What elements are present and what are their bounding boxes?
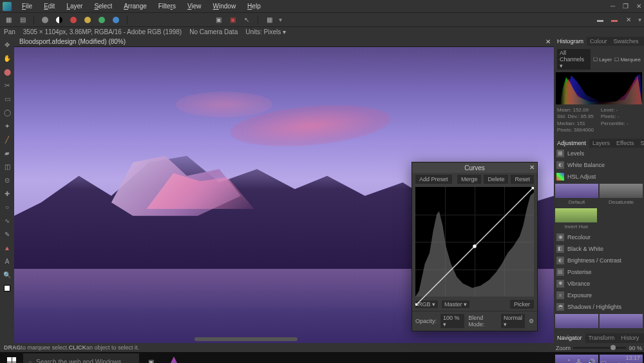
arrow-icon[interactable]: ↖ (241, 14, 252, 26)
crop-tool-icon[interactable]: ✂ (2, 80, 12, 90)
menu-window[interactable]: Window (208, 1, 242, 11)
menu-file[interactable]: File (17, 1, 37, 11)
blend-dropdown[interactable]: Normal ▾ (501, 314, 525, 328)
color-picker-icon[interactable]: ⬤ (2, 66, 12, 77)
color-circle-icon[interactable] (39, 14, 51, 26)
shape-tool-icon[interactable]: ▲ (2, 242, 12, 253)
tray-action-icon[interactable]: ▭ (600, 358, 606, 364)
tab-swatches[interactable]: Swatches (611, 37, 642, 46)
menu-select[interactable]: Select (89, 1, 117, 11)
move-tool-icon[interactable]: ✥ (2, 39, 12, 50)
assist-2-icon[interactable]: ▬ (609, 14, 620, 26)
tab-transform[interactable]: Transform (585, 333, 618, 343)
adj-hsl[interactable]: HSL Adjust (554, 171, 644, 182)
adj-levels[interactable]: ▦Levels (554, 148, 644, 159)
task-view-icon[interactable]: ▣ (139, 352, 162, 363)
top-toolbar: ▦ ▤ ▣ ▣ ↖ ▦ ▾ ▬ ▬ ✕ ▾ (0, 12, 644, 26)
merge-button[interactable]: Merge (457, 175, 482, 184)
new-doc-icon[interactable]: ▦ (3, 14, 14, 26)
adj-bw[interactable]: ◧Black & White (554, 243, 644, 255)
preset-thumb-2[interactable] (600, 314, 643, 328)
assist-1-icon[interactable]: ▬ (594, 14, 606, 26)
document-tab[interactable]: Bloodsport.afdesign (Modified) (80%) ✕ (14, 37, 554, 47)
maximize-icon[interactable]: ❐ (623, 3, 629, 10)
layers-icon[interactable]: ▤ (17, 14, 28, 26)
fill-tool-icon[interactable]: ▰ (2, 148, 12, 158)
preset-thumb-1[interactable] (555, 314, 598, 328)
tab-histogram[interactable]: Histogram (554, 37, 587, 46)
adj-posterise[interactable]: ▤Posterise (554, 266, 644, 278)
brush-tool-icon[interactable]: ╱ (2, 134, 12, 144)
menu-help[interactable]: Help (242, 1, 266, 11)
horizontal-scrollbar[interactable] (194, 337, 298, 341)
adj-brightness[interactable]: ◐Brightness / Contrast (554, 255, 644, 266)
menu-view[interactable]: View (182, 1, 207, 11)
flood-select-icon[interactable]: ✦ (2, 121, 12, 131)
swatch-amber-icon[interactable] (82, 14, 93, 26)
selection-brush-icon[interactable]: ◯ (2, 107, 12, 117)
adj-white-balance[interactable]: ◐White Balance (554, 159, 644, 171)
tray-network-icon[interactable]: 🖧 (576, 358, 582, 364)
clone-tool-icon[interactable]: ⊙ (2, 175, 12, 185)
tab-brushes[interactable]: Brushes (642, 37, 644, 46)
preset-default[interactable]: Default (555, 184, 598, 198)
zoom-value[interactable]: 90 % (629, 345, 642, 351)
tab-adjustment[interactable]: Adjustment (554, 139, 589, 148)
dodge-tool-icon[interactable]: ○ (2, 202, 12, 212)
swatch-blue-icon[interactable] (110, 14, 122, 26)
zoom-tool-icon[interactable]: 🔍 (2, 270, 12, 280)
histogram-channel-dropdown[interactable]: All Channels ▾ (557, 49, 591, 70)
swatch-green-icon[interactable] (96, 14, 108, 26)
close-icon[interactable]: ✕ (636, 3, 641, 10)
redmask-icon[interactable]: ▣ (227, 14, 238, 26)
add-preset-button[interactable]: Add Preset (415, 175, 452, 184)
search-box[interactable]: ⌕ Search the web and Windows (23, 353, 139, 363)
context-infobar: Pan 3505 × 1104px, 3.86MP, RGBA/16 - Ado… (0, 26, 644, 37)
tab-navigator[interactable]: Navigator (554, 333, 585, 343)
adj-recolour[interactable]: ◉Recolour (554, 231, 644, 243)
text-tool-icon[interactable]: A (2, 256, 12, 266)
eraser-tool-icon[interactable]: ◫ (2, 161, 12, 172)
minimize-icon[interactable]: ─ (611, 3, 615, 10)
reset-button[interactable]: Reset (511, 175, 534, 184)
gear-icon[interactable]: ⚙ (529, 318, 534, 324)
preset-desaturate[interactable]: Desaturate (600, 184, 643, 198)
tab-history[interactable]: History (618, 333, 642, 343)
adj-shadows[interactable]: ◓Shadows / Highlights (554, 301, 644, 313)
curves-graph[interactable] (415, 187, 534, 297)
zoom-slider[interactable] (573, 347, 626, 349)
tab-close-icon[interactable]: ✕ (545, 38, 551, 45)
tab-styles[interactable]: Styles (637, 139, 644, 148)
opacity-field[interactable]: 100 % ▾ (440, 314, 464, 328)
marquee-tool-icon[interactable]: ▭ (2, 93, 12, 104)
menu-layer[interactable]: Layer (61, 1, 88, 11)
tab-colour[interactable]: Colour (587, 37, 611, 46)
preset-invert-hue[interactable]: Invert Hue (555, 208, 597, 222)
heal-tool-icon[interactable]: ✚ (2, 188, 12, 199)
tab-effects[interactable]: Effects (613, 139, 637, 148)
adj-vibrance[interactable]: ✱Vibrance (554, 278, 644, 289)
tray-volume-icon[interactable]: 🔊 (587, 358, 595, 364)
menu-filters[interactable]: Filters (153, 1, 181, 11)
quickmask-icon[interactable]: ▣ (213, 14, 224, 26)
assist-3-icon[interactable]: ✕ (623, 14, 634, 26)
split-circle-icon[interactable] (53, 14, 65, 26)
adj-exposure[interactable]: ±Exposure (554, 289, 644, 301)
start-button[interactable] (0, 352, 23, 363)
menu-edit[interactable]: Edit (39, 1, 60, 11)
curves-close-icon[interactable]: ✕ (529, 164, 535, 171)
smudge-tool-icon[interactable]: ∿ (2, 215, 12, 226)
tray-up-icon[interactable]: ˄ (567, 358, 571, 364)
delete-button[interactable]: Delete (484, 175, 508, 184)
menu-arrange[interactable]: Arrange (118, 1, 152, 11)
tab-layers[interactable]: Layers (589, 139, 613, 148)
snap-icon[interactable]: ▦ (263, 14, 275, 26)
app-icon (3, 2, 12, 11)
swatch-red-icon[interactable] (68, 14, 79, 26)
curves-titlebar[interactable]: Curves ✕ (412, 162, 537, 173)
taskbar-app-affinity[interactable] (162, 352, 185, 363)
swatch-fg-icon[interactable] (2, 283, 12, 293)
hand-tool-icon[interactable]: ✋ (2, 53, 12, 63)
clock[interactable]: 13:17 14/01/2016 (611, 355, 640, 363)
pen-tool-icon[interactable]: ✎ (2, 229, 12, 239)
